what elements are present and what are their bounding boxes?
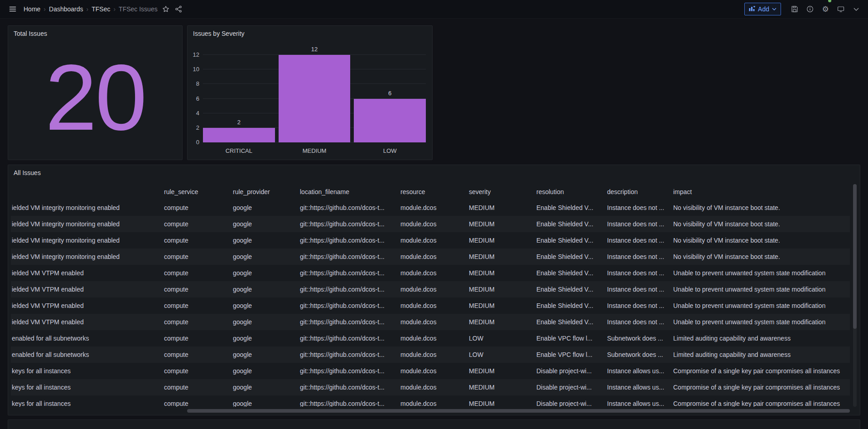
table-header-row: rule_servicerule_providerlocation_filena… (11, 184, 850, 200)
table-cell: No visibility of VM instance boot state. (670, 237, 850, 244)
table-cell: Instance does not ... (603, 237, 670, 244)
chevron-down-icon[interactable] (850, 3, 863, 15)
table-row: ielded VM integrity monitoring enabledco… (11, 200, 850, 216)
table-cell: compute (160, 367, 229, 375)
table-cell: google (229, 269, 296, 277)
table-cell: Compromise of a single key pair compromi… (670, 384, 850, 391)
table-cell: Enable Shielded V... (533, 318, 603, 326)
y-tick-label: 10 (185, 66, 199, 73)
table-cell: MEDIUM (465, 302, 533, 309)
panel-title[interactable]: Total Issues (14, 30, 47, 37)
table-cell: Enable Shielded V... (533, 220, 603, 228)
table-cell: compute (160, 237, 229, 244)
table-cell: module.dcos (397, 367, 465, 375)
table-cell: compute (160, 253, 229, 260)
table-row: ielded VM integrity monitoring enabledco… (11, 249, 850, 265)
chevron-right-icon: › (87, 5, 89, 13)
table-cell: ielded VM integrity monitoring enabled (11, 237, 160, 244)
bar-group: 12 (279, 55, 351, 142)
column-header-resolution[interactable]: resolution (533, 188, 603, 195)
table-cell: MEDIUM (465, 253, 533, 260)
bar-low[interactable] (354, 99, 426, 143)
table-cell: MEDIUM (465, 400, 533, 407)
share-icon[interactable] (172, 3, 185, 15)
table-cell: google (229, 384, 296, 391)
table-cell: MEDIUM (465, 269, 533, 277)
bar-group: 6 (354, 55, 426, 142)
info-icon[interactable] (804, 3, 816, 15)
table-cell: Disable project-wi... (533, 400, 603, 407)
menu-icon[interactable] (6, 3, 19, 15)
issues-table: rule_servicerule_providerlocation_filena… (11, 184, 850, 407)
column-header-description[interactable]: description (603, 188, 670, 195)
top-nav: Home › Dashboards › TFSec › TFSec Issues… (0, 0, 868, 19)
table-cell: Enable Shielded V... (533, 204, 603, 211)
table-cell: Enable Shielded V... (533, 269, 603, 277)
table-row: ielded VM VTPM enabledcomputegooglegit::… (11, 314, 850, 330)
breadcrumb-dashboards[interactable]: Dashboards (49, 5, 83, 13)
table-cell: module.dcos (397, 335, 465, 342)
table-cell: No visibility of VM instance boot state. (670, 204, 850, 211)
bar-medium[interactable] (279, 55, 351, 142)
table-cell: module.dcos (397, 286, 465, 293)
table-cell: MEDIUM (465, 384, 533, 391)
table-cell: Enable Shielded V... (533, 253, 603, 260)
table-cell: google (229, 286, 296, 293)
table-cell: module.dcos (397, 302, 465, 309)
horizontal-scrollbar[interactable] (11, 409, 850, 413)
table-cell: Subnetwork does ... (603, 335, 670, 342)
table-cell: git::https://github.com/dcos-t... (296, 237, 397, 244)
horizontal-scrollbar-thumb[interactable] (187, 409, 850, 413)
table-cell: ielded VM integrity monitoring enabled (11, 220, 160, 228)
save-icon[interactable] (788, 3, 801, 15)
column-header-impact[interactable]: impact (670, 188, 850, 195)
table-cell: Instance does not ... (603, 220, 670, 228)
table-cell: git::https://github.com/dcos-t... (296, 367, 397, 375)
breadcrumb: Home › Dashboards › TFSec › TFSec Issues (24, 5, 158, 13)
table-cell: module.dcos (397, 351, 465, 358)
column-header-resource[interactable]: resource (397, 188, 465, 195)
table-cell: MEDIUM (465, 220, 533, 228)
table-cell: Limited auditing capability and awarenes… (670, 335, 850, 342)
column-header-severity[interactable]: severity (465, 188, 533, 195)
table-cell: compute (160, 286, 229, 293)
table-cell: Unable to prevent unwanted system state … (670, 318, 850, 326)
bar-critical[interactable] (203, 128, 275, 142)
table-cell: google (229, 335, 296, 342)
column-header-rule_service[interactable]: rule_service (160, 188, 229, 195)
panel-all-issues: All Issues rule_servicerule_providerloca… (8, 165, 860, 415)
table-cell: Instance allows us... (603, 400, 670, 407)
add-button[interactable]: Add (744, 3, 781, 15)
gear-icon[interactable]: ⚙ (819, 3, 832, 15)
panel-title[interactable]: All Issues (14, 169, 41, 176)
breadcrumb-current: TFSec Issues (119, 5, 158, 13)
monitor-icon[interactable] (834, 3, 847, 15)
vertical-scrollbar-thumb[interactable] (853, 184, 857, 329)
table-cell: Unable to prevent unwanted system state … (670, 269, 850, 277)
table-cell: Instance allows us... (603, 384, 670, 391)
table-cell: Unable to prevent unwanted system state … (670, 302, 850, 309)
table-cell: google (229, 318, 296, 326)
star-icon[interactable] (159, 3, 172, 15)
panel-title[interactable]: Issues by Severity (193, 30, 245, 37)
table-cell: ielded VM VTPM enabled (11, 302, 160, 309)
breadcrumb-tfsec[interactable]: TFSec (92, 5, 110, 13)
table-row: keys for all instancescomputegooglegit::… (11, 395, 850, 407)
breadcrumb-home[interactable]: Home (24, 5, 40, 13)
vertical-scrollbar[interactable] (853, 184, 857, 407)
table-cell: git::https://github.com/dcos-t... (296, 204, 397, 211)
x-tick-label: LOW (354, 147, 426, 154)
table-cell: ielded VM VTPM enabled (11, 269, 160, 277)
y-tick-label: 8 (185, 80, 199, 88)
table-row: ielded VM VTPM enabledcomputegooglegit::… (11, 281, 850, 297)
table-cell: compute (160, 400, 229, 407)
table-cell: Instance does not ... (603, 269, 670, 277)
table-cell: google (229, 253, 296, 260)
column-header-location_filename[interactable]: location_filename (296, 188, 397, 195)
column-header-rule_provider[interactable]: rule_provider (229, 188, 296, 195)
table-cell: module.dcos (397, 269, 465, 277)
table-cell: ielded VM integrity monitoring enabled (11, 253, 160, 260)
table-cell: MEDIUM (465, 286, 533, 293)
table-cell: module.dcos (397, 400, 465, 407)
chevron-down-icon (772, 8, 776, 10)
